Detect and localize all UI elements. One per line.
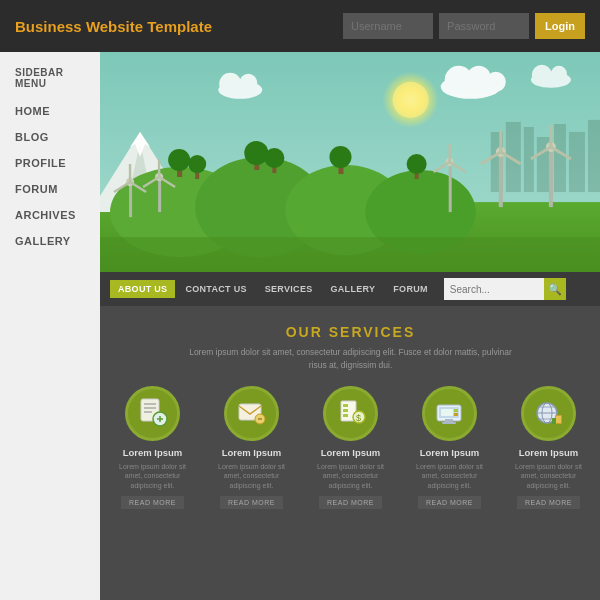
service-icon-4 <box>422 386 477 441</box>
nav-gallery[interactable]: GALLERY <box>323 280 384 298</box>
svg-point-8 <box>219 73 241 95</box>
services-title: OUR SERVICES <box>286 324 416 340</box>
sidebar-menu: HOME BLOG PROFILE FORUM ARCHIVES GALLERY <box>15 101 85 249</box>
svg-point-9 <box>239 74 257 92</box>
sidebar-link-home[interactable]: HOME <box>15 105 50 117</box>
sidebar-item-home[interactable]: HOME <box>15 101 85 119</box>
service-item-1: Lorem Ipsum Lorem ipsum dolor sit amet, … <box>110 386 195 509</box>
svg-point-31 <box>188 155 206 173</box>
sidebar-item-archives[interactable]: ARCHIVES <box>15 205 85 223</box>
title-part3: Template <box>143 18 212 35</box>
header: Business Website Template Login <box>0 0 600 52</box>
service-item-5: Lorem Ipsum Lorem ipsum dolor sit amet, … <box>506 386 591 509</box>
search-wrap: 🔍 <box>444 278 591 300</box>
sidebar-link-forum[interactable]: FORUM <box>15 183 58 195</box>
nav-contact-us[interactable]: CONTACT US <box>177 280 254 298</box>
svg-rect-84 <box>445 419 453 422</box>
svg-rect-86 <box>441 409 453 416</box>
search-input[interactable] <box>444 278 544 300</box>
svg-rect-50 <box>499 152 503 207</box>
title-part2: Website <box>86 18 143 35</box>
svg-rect-55 <box>549 147 553 207</box>
svg-rect-79 <box>343 414 348 417</box>
svg-rect-18 <box>569 132 585 192</box>
services-icons: Lorem Ipsum Lorem ipsum dolor sit amet, … <box>110 386 591 509</box>
svg-rect-87 <box>454 409 458 412</box>
service-icon-3: $ <box>323 386 378 441</box>
svg-rect-96 <box>552 418 556 424</box>
sidebar-link-archives[interactable]: ARCHIVES <box>15 209 76 221</box>
services-section: OUR SERVICES Lorem ipsum dolor sit amet,… <box>100 306 600 600</box>
service-item-2: Lorem Ipsum Lorem ipsum dolor sit amet, … <box>209 386 294 509</box>
read-more-3[interactable]: READ MORE <box>319 496 382 509</box>
sidebar-link-profile[interactable]: PROFILE <box>15 157 66 169</box>
site-title: Business Website Template <box>15 18 328 35</box>
svg-point-11 <box>532 65 552 85</box>
service-name-5: Lorem Ipsum <box>519 447 579 458</box>
svg-rect-78 <box>343 409 348 412</box>
service-text-2: Lorem ipsum dolor sit amet, consectetur … <box>209 462 294 491</box>
service-text-5: Lorem ipsum dolor sit amet, consectetur … <box>506 462 591 491</box>
password-input[interactable] <box>439 13 529 39</box>
svg-rect-60 <box>449 162 452 212</box>
svg-point-35 <box>264 148 284 168</box>
service-item-4: Lorem Ipsum Lorem ipsum dolor sit amet, … <box>407 386 492 509</box>
sidebar-title: SIDEBAR MENU <box>15 67 85 89</box>
svg-rect-65 <box>100 237 600 272</box>
svg-rect-77 <box>343 404 348 407</box>
content-area: ABOUT US CONTACT US SERVICES GALLERY FOR… <box>100 52 600 600</box>
svg-point-37 <box>329 146 351 168</box>
service-name-2: Lorem Ipsum <box>222 447 282 458</box>
read-more-1[interactable]: READ MORE <box>121 496 184 509</box>
svg-point-12 <box>551 66 567 82</box>
service-name-1: Lorem Ipsum <box>123 447 183 458</box>
service-icon-5 <box>521 386 576 441</box>
svg-point-33 <box>244 141 268 165</box>
sidebar-item-gallery[interactable]: GALLERY <box>15 231 85 249</box>
svg-rect-95 <box>556 416 561 423</box>
svg-text:$: $ <box>356 413 361 423</box>
read-more-4[interactable]: READ MORE <box>418 496 481 509</box>
read-more-5[interactable]: READ MORE <box>517 496 580 509</box>
username-input[interactable] <box>343 13 433 39</box>
sidebar-link-blog[interactable]: BLOG <box>15 131 49 143</box>
service-icon-2 <box>224 386 279 441</box>
sidebar-item-forum[interactable]: FORUM <box>15 179 85 197</box>
services-description: Lorem ipsum dolor sit amet, consectetur … <box>181 346 521 372</box>
svg-rect-45 <box>158 177 161 212</box>
svg-point-6 <box>486 72 506 92</box>
title-part1: Business <box>15 18 86 35</box>
service-name-4: Lorem Ipsum <box>420 447 480 458</box>
svg-point-29 <box>168 149 190 171</box>
sidebar-item-blog[interactable]: BLOG <box>15 127 85 145</box>
svg-rect-19 <box>588 120 600 192</box>
service-text-3: Lorem ipsum dolor sit amet, consectetur … <box>308 462 393 491</box>
header-inputs: Login <box>343 13 585 39</box>
svg-rect-17 <box>554 124 566 192</box>
navbar: ABOUT US CONTACT US SERVICES GALLERY FOR… <box>100 272 600 306</box>
main-layout: SIDEBAR MENU HOME BLOG PROFILE FORUM ARC… <box>0 52 600 600</box>
hero-banner <box>100 52 600 272</box>
nav-services[interactable]: SERVICES <box>257 280 321 298</box>
svg-rect-85 <box>442 422 456 424</box>
svg-point-2 <box>393 82 429 118</box>
service-name-3: Lorem Ipsum <box>321 447 381 458</box>
nav-about-us[interactable]: ABOUT US <box>110 280 175 298</box>
service-item-3: $ Lorem Ipsum Lorem ipsum dolor sit amet… <box>308 386 393 509</box>
service-text-1: Lorem ipsum dolor sit amet, consectetur … <box>110 462 195 491</box>
search-button[interactable]: 🔍 <box>544 278 566 300</box>
sidebar: SIDEBAR MENU HOME BLOG PROFILE FORUM ARC… <box>0 52 100 600</box>
svg-point-39 <box>407 154 427 174</box>
read-more-2[interactable]: READ MORE <box>220 496 283 509</box>
svg-rect-88 <box>454 413 458 416</box>
login-button[interactable]: Login <box>535 13 585 39</box>
service-icon-1 <box>125 386 180 441</box>
sidebar-link-gallery[interactable]: GALLERY <box>15 235 71 247</box>
nav-forum[interactable]: FORUM <box>385 280 436 298</box>
service-text-4: Lorem ipsum dolor sit amet, consectetur … <box>407 462 492 491</box>
svg-rect-40 <box>129 182 132 217</box>
sidebar-item-profile[interactable]: PROFILE <box>15 153 85 171</box>
